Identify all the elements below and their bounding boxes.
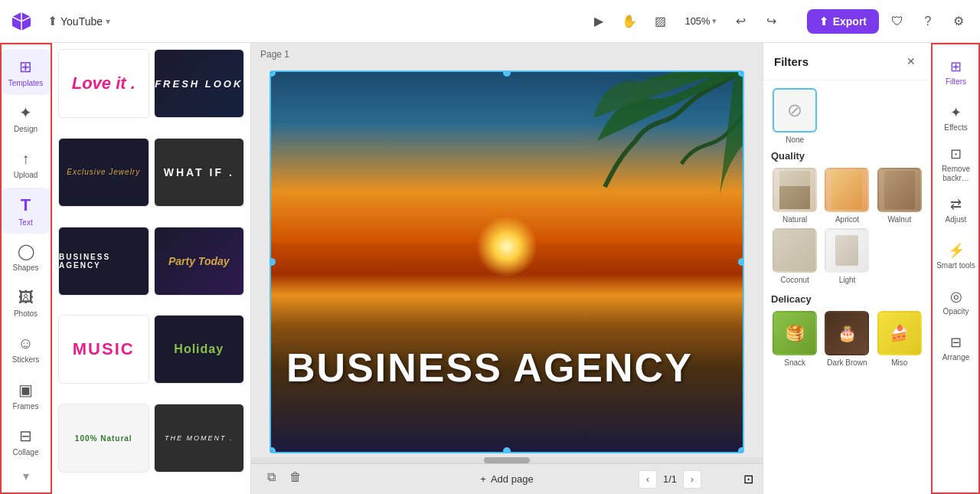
filter-label: Light [839, 276, 856, 284]
filter-natural[interactable]: Natural [771, 168, 818, 224]
add-page-label: Add page [491, 473, 534, 485]
canvas-wrapper[interactable]: ⊡ ⇔ ⊞ ••• [251, 66, 763, 457]
filter-walnut[interactable]: Walnut [876, 168, 923, 224]
template-card-natural[interactable]: 100% Natural [58, 404, 149, 473]
settings-icon[interactable]: ⚙ [946, 9, 971, 34]
right-item-smart-tools[interactable]: ⚡ Smart tools [933, 233, 979, 279]
sidebar-item-label: Design [14, 125, 38, 133]
sidebar-item-stickers[interactable]: ☺ Stickers [2, 326, 51, 372]
filter-label: Coconut [781, 276, 809, 284]
fullscreen-button[interactable]: ⊡ [743, 472, 753, 486]
template-card-party[interactable]: Party Today [154, 227, 245, 296]
plus-icon: + [480, 473, 486, 485]
duplicate-page-button[interactable]: ⧉ [260, 466, 282, 488]
add-page-button[interactable]: + Add page [471, 469, 542, 489]
filter-snack[interactable]: 🥞 Snack [771, 311, 818, 367]
filter-miso[interactable]: 🍰 Miso [876, 311, 923, 367]
page-label: Page 1 [260, 49, 289, 60]
right-item-filters[interactable]: ⊞ Filters [933, 49, 979, 95]
delete-page-button[interactable]: 🗑 [285, 466, 306, 488]
design-icon: ✦ [19, 103, 32, 122]
resize-handle-mr[interactable] [738, 258, 744, 266]
undo-button[interactable]: ↩ [727, 8, 755, 35]
filters-icon: ⊞ [950, 58, 962, 75]
filter-natural-thumb [773, 168, 817, 212]
filter-miso-thumb: 🍰 [877, 311, 922, 355]
opacity-icon: ◎ [950, 288, 962, 305]
frames-icon: ▣ [18, 381, 33, 399]
filter-darkbrown[interactable]: 🎂 Dark Brown [823, 311, 871, 367]
filter-darkbrown-thumb: 🎂 [825, 311, 869, 355]
canvas-bottom-bar: ⧉ 🗑 + Add page ‹ 1/1 › ⊡ [251, 463, 763, 494]
resize-handle-tr[interactable] [738, 70, 744, 77]
platform-selector[interactable]: ⬆ YouTube ▾ [40, 9, 118, 33]
sidebar-item-text[interactable]: T Text [2, 188, 51, 234]
filter-light[interactable]: Light [823, 228, 871, 284]
template-card-bizagency[interactable]: BUSINESS AGENCY [58, 227, 149, 296]
zoom-control[interactable]: 105% ▾ [677, 11, 724, 31]
template-card-music[interactable]: MUSIC [58, 315, 149, 384]
canvas-background: BUSINESS AGENCY [271, 72, 743, 452]
canvas[interactable]: BUSINESS AGENCY [270, 70, 744, 453]
template-card-exclusive[interactable]: Exclusive Jewelry [58, 138, 149, 207]
right-item-adjust[interactable]: ⇄ Adjust [933, 187, 979, 233]
template-label: 100% Natural [75, 434, 132, 443]
page-navigation: ‹ 1/1 › [639, 470, 701, 489]
sidebar-item-design[interactable]: ✦ Design [2, 95, 51, 141]
hand-tool[interactable]: ✋ [616, 8, 643, 35]
sidebar-item-collage[interactable]: ⊟ Collage [2, 419, 51, 465]
filter-coconut[interactable]: Coconut [771, 228, 818, 284]
collage-icon: ⊟ [19, 427, 32, 445]
right-item-opacity[interactable]: ◎ Opacity [933, 279, 979, 325]
smart-tools-icon: ⚡ [948, 242, 965, 259]
template-card-whatif[interactable]: WHAT IF . [154, 138, 245, 207]
sidebar-item-label: Stickers [12, 355, 40, 364]
template-label: MUSIC [73, 339, 135, 359]
help-icon[interactable]: ? [916, 9, 940, 34]
filter-apricot[interactable]: Apricot [823, 168, 871, 224]
canvas-scrollbar-thumb[interactable] [484, 457, 530, 463]
sidebar-item-shapes[interactable]: ◯ Shapes [2, 234, 51, 280]
filter-none[interactable]: ⊘ None [771, 88, 818, 144]
filter-label: Walnut [887, 215, 911, 224]
topbar: ⬆ YouTube ▾ ▶ ✋ ▨ 105% ▾ ↩ ↪ ⬆ Export 🛡 … [0, 0, 980, 43]
right-item-label: Arrange [942, 353, 970, 362]
export-button[interactable]: ⬆ Export [807, 9, 879, 34]
redo-button[interactable]: ↪ [758, 8, 786, 35]
right-item-remove-bg[interactable]: ⊡ Remove backr… [933, 141, 979, 187]
filter-label: Apricot [835, 215, 859, 224]
sidebar-item-frames[interactable]: ▣ Frames [2, 372, 51, 418]
template-card-holiday[interactable]: Holiday [154, 315, 245, 384]
template-card-moment[interactable]: THE MOMENT . [154, 404, 245, 473]
sidebar-item-upload[interactable]: ↑ Upload [2, 142, 51, 188]
resize-handle-bm[interactable] [503, 447, 511, 453]
prev-page-button[interactable]: ‹ [639, 470, 657, 489]
template-card-freshlook[interactable]: FRESH LOOK [154, 49, 245, 118]
canvas-scrollbar[interactable] [251, 457, 763, 463]
shield-icon[interactable]: 🛡 [885, 9, 910, 34]
remove-bg-icon: ⊡ [950, 146, 962, 162]
platform-label: YouTube [60, 15, 103, 28]
left-sidebar: ⊞ Templates ✦ Design ↑ Upload T Text ◯ S… [0, 43, 52, 494]
device-frame-tool[interactable]: ▨ [646, 8, 674, 35]
canvas-area: Page 1 ⊡ ⇔ ⊞ ••• [251, 43, 763, 494]
sidebar-item-label: Text [18, 218, 32, 227]
next-page-button[interactable]: › [683, 470, 701, 489]
resize-handle-br[interactable] [738, 447, 744, 453]
filters-close-button[interactable]: ✕ [902, 52, 920, 70]
template-card-loveit[interactable]: Love it . [58, 49, 149, 118]
right-item-arrange[interactable]: ⊟ Arrange [933, 325, 979, 371]
sidebar-item-templates[interactable]: ⊞ Templates [2, 49, 51, 95]
quality-section-title: Quality [771, 150, 923, 162]
template-label: Party Today [168, 255, 230, 267]
right-item-effects[interactable]: ✦ Effects [933, 95, 979, 141]
delicacy-section-title: Delicacy [771, 293, 923, 305]
effects-icon: ✦ [950, 104, 962, 121]
filter-none-thumb: ⊘ [773, 88, 817, 132]
app-logo[interactable] [9, 9, 34, 34]
page-counter: 1/1 [663, 473, 677, 485]
sidebar-item-photos[interactable]: 🖼 Photos [2, 280, 51, 326]
sidebar-more[interactable]: ▾ [14, 465, 38, 488]
select-tool[interactable]: ▶ [585, 8, 612, 35]
arrange-icon: ⊟ [950, 334, 962, 351]
